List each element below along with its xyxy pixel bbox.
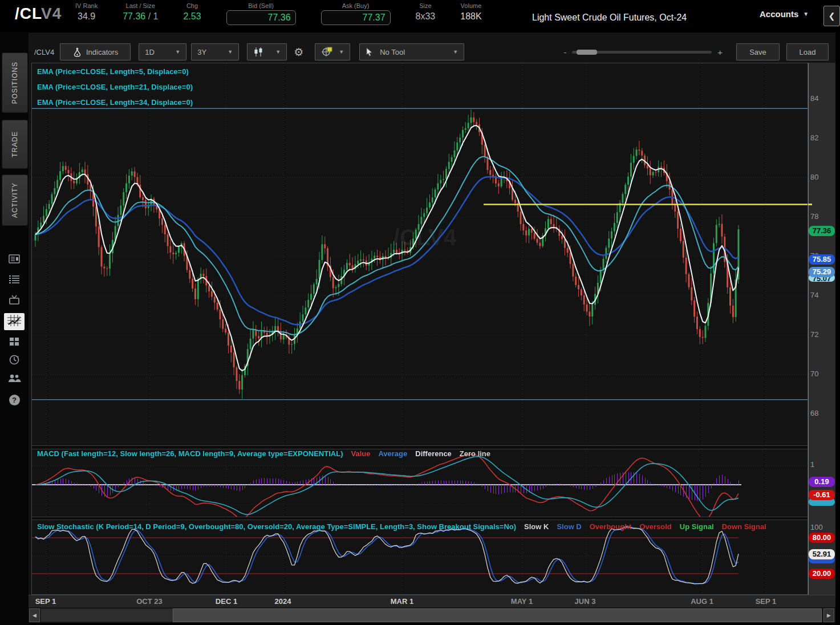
quote-field-ask-buy-: Ask (Buy)77.37	[321, 2, 391, 25]
quote-field-volume: Volume188K	[460, 2, 481, 22]
field-label: Chg	[183, 2, 201, 9]
time-tick: JUN 3	[575, 597, 596, 606]
ema5-price-bubble: 75.85	[809, 254, 835, 265]
timeframe-value: 1D	[145, 48, 155, 56]
symbol-month-code: V4	[41, 5, 62, 22]
zoom-slider-thumb[interactable]	[577, 50, 597, 55]
field-value: 77.37	[321, 10, 391, 25]
sidebar-list-button[interactable]	[4, 272, 25, 289]
chart-toolbar: /CLV4 Indicators 1D ▼ 3Y ▼ ▼ ⚙ ▼ No Tool…	[29, 42, 835, 62]
tv-icon	[9, 295, 20, 307]
save-button[interactable]: Save	[736, 43, 780, 60]
ema21-price-bubble: 75.29	[809, 267, 835, 277]
ema-study-label-1: EMA (Price=CLOSE, Length=5, Displace=0)	[37, 64, 193, 79]
trading-platform-window: /CLV4 IV Rank34.9Last / Size77.36 / 1Chg…	[0, 0, 840, 625]
field-value: 188K	[460, 11, 481, 22]
chevron-down-icon: ▼	[228, 49, 233, 55]
price-tick-78: 78	[810, 212, 818, 221]
arrow-right-icon: ▶	[827, 612, 831, 618]
cursor-icon	[366, 47, 374, 56]
chart-settings-gear-button[interactable]: ⚙	[290, 45, 307, 59]
field-label: Ask (Buy)	[321, 2, 391, 9]
macd-study-label-row: MACD (Fast length=12, Slow length=26, MA…	[37, 449, 801, 458]
price-tick-84: 84	[810, 94, 818, 103]
timeframe-dropdown[interactable]: 1D ▼	[139, 43, 186, 60]
sidebar-people-button[interactable]	[4, 371, 25, 388]
legend-overbought: Overbought	[590, 522, 632, 531]
time-scrollbar[interactable]: ◀ ▶	[29, 608, 835, 623]
chevron-down-icon: ▼	[803, 11, 809, 17]
grid-icon	[9, 336, 20, 349]
drawing-tool-dropdown[interactable]: No Tool ▼	[359, 43, 464, 60]
zoom-out-button[interactable]: -	[563, 47, 566, 57]
accounts-menu-button[interactable]: Accounts ▼	[760, 9, 809, 19]
sidebar-tab-label: TRADE	[11, 131, 19, 157]
price-tick-68: 68	[810, 409, 818, 417]
scroll-right-button[interactable]: ▶	[823, 608, 834, 622]
legend-value: Value	[351, 449, 370, 458]
time-axis[interactable]: SEP 1OCT 23DEC 12024MAR 1MAY 1JUN 3AUG 1…	[29, 595, 835, 607]
field-value: 77.36	[226, 10, 296, 25]
legend-down-signal: Down Signal	[722, 522, 766, 531]
load-button[interactable]: Load	[786, 43, 829, 60]
chevron-down-icon: ▼	[275, 49, 281, 55]
gear-icon: ⚙	[294, 46, 303, 58]
scroll-left-button[interactable]: ◀	[29, 608, 40, 622]
legend-slow-d: Slow D	[557, 522, 581, 531]
sidebar-chart-button[interactable]	[4, 313, 25, 330]
field-value: 8x33	[416, 11, 436, 22]
quote-field-bid-sell-: Bid (Sell)77.36	[226, 2, 296, 25]
chart-style-dropdown[interactable]: ▼	[247, 43, 287, 60]
range-dropdown[interactable]: 3Y ▼	[191, 43, 239, 60]
field-value: 2.53	[183, 11, 201, 22]
drawing-set-dropdown[interactable]: ▼	[315, 43, 350, 60]
left-sidebar: POSITIONSTRADEACTIVITY?	[0, 33, 29, 625]
sidebar-help-button[interactable]: ?	[4, 391, 25, 408]
price-chart-canvas[interactable]	[31, 63, 808, 595]
stoch-oversold-bubble: 20.00	[809, 569, 835, 579]
legend-oversold: Oversold	[639, 522, 671, 531]
no-tool-label: No Tool	[380, 48, 449, 56]
ema-study-label-2: EMA (Price=CLOSE, Length=21, Displace=0)	[37, 79, 193, 95]
chevron-down-icon: ▼	[339, 49, 344, 55]
chart-icon	[7, 314, 22, 329]
alert-level-tick	[808, 204, 812, 205]
macd-difference-bubble: 0.19	[809, 477, 835, 487]
field-label: Last / Size	[123, 2, 158, 9]
help-icon: ?	[9, 395, 20, 405]
indicators-button[interactable]: Indicators	[60, 43, 131, 60]
time-tick: DEC 1	[216, 597, 237, 606]
list-icon	[9, 274, 20, 287]
quote-field-chg: Chg2.53	[183, 2, 201, 22]
time-tick: 2024	[275, 597, 291, 606]
quote-field-iv-rank: IV Rank34.9	[75, 2, 98, 22]
contract-description: Light Sweet Crude Oil Futures, Oct-24	[532, 13, 687, 23]
sidebar-tv-button[interactable]	[4, 293, 25, 310]
time-tick: SEP 1	[35, 597, 56, 606]
price-axis[interactable]	[808, 63, 835, 596]
symbol-title: /CLV4	[15, 5, 62, 23]
range-value: 3Y	[197, 48, 206, 56]
sidebar-tab-trade[interactable]: TRADE	[2, 120, 28, 169]
sidebar-tab-label: ACTIVITY	[11, 182, 19, 218]
sidebar-tab-positions[interactable]: POSITIONS	[2, 52, 28, 113]
last-price-bubble: 77.36	[809, 226, 835, 236]
chart-symbol-label: /CLV4	[34, 48, 54, 56]
sidebar-clock-button[interactable]	[4, 352, 25, 370]
scrollbar-thumb[interactable]	[173, 608, 822, 622]
stoch-slowk-bubble: 52.91	[809, 549, 835, 559]
time-tick: OCT 23	[136, 597, 163, 606]
collapse-panel-button[interactable]: ❮	[823, 6, 840, 26]
sidebar-tab-activity[interactable]: ACTIVITY	[2, 174, 28, 226]
save-label: Save	[749, 48, 766, 56]
field-label: Bid (Sell)	[226, 2, 296, 9]
zoom-in-button[interactable]: +	[717, 47, 723, 57]
sidebar-grid-button[interactable]	[4, 334, 25, 351]
chevron-down-icon: ▼	[453, 49, 458, 55]
zoom-slider[interactable]	[572, 51, 712, 54]
sidebar-news-button[interactable]	[4, 251, 25, 269]
legend-average: Average	[378, 449, 407, 458]
macd-value-bubble: -0.61	[809, 490, 835, 500]
time-tick: MAR 1	[391, 597, 413, 606]
quote-field-last-size: Last / Size77.36 / 1	[123, 2, 158, 22]
